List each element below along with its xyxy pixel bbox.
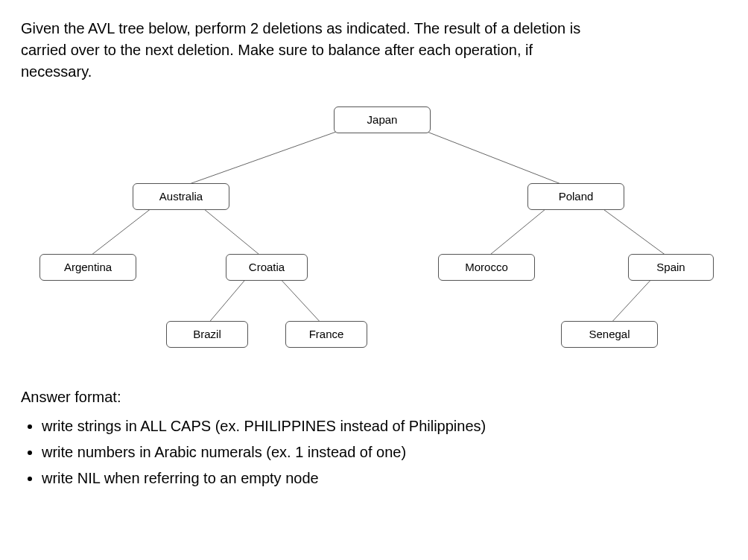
node-label: Brazil [193,328,221,340]
format-rule: write NIL when referring to an empty nod… [42,468,727,489]
node-label: Morocco [465,261,508,273]
avl-tree-diagram: Japan Australia Poland Argentina Croatia… [21,98,727,366]
node-label: Australia [159,190,203,203]
question-line-2: carried over to the next deletion. Make … [21,42,533,58]
node-spain: Spain [628,254,714,281]
node-label: Senegal [589,328,630,340]
svg-line-6 [207,276,248,325]
node-poland: Poland [527,183,624,210]
svg-line-4 [486,206,550,258]
svg-line-0 [181,127,349,187]
answer-format-list: write strings in ALL CAPS (ex. PHILIPPIN… [21,416,727,489]
format-rule: write numbers in Arabic numerals (ex. 1 … [42,442,727,463]
node-label: Spain [656,261,685,273]
node-argentina: Argentina [39,254,136,281]
node-morocco: Morocco [438,254,535,281]
node-brazil: Brazil [166,321,248,348]
node-australia: Australia [133,183,229,210]
svg-line-2 [88,206,155,258]
svg-line-3 [200,206,263,258]
svg-line-8 [609,276,654,325]
question-line-1: Given the AVL tree below, perform 2 dele… [21,20,580,36]
node-croatia: Croatia [226,254,308,281]
svg-line-1 [416,127,568,187]
node-label: Japan [367,113,398,126]
node-label: Argentina [64,261,112,273]
svg-line-5 [598,206,669,258]
node-label: France [309,328,344,340]
question-text: Given the AVL tree below, perform 2 dele… [21,18,727,83]
node-japan: Japan [334,106,431,133]
node-label: Poland [559,190,594,203]
answer-format-heading: Answer format: [21,386,727,408]
node-france: France [285,321,367,348]
node-label: Croatia [249,261,285,273]
node-senegal: Senegal [561,321,658,348]
question-line-3: necessary. [21,63,92,80]
svg-line-7 [278,276,323,325]
format-rule: write strings in ALL CAPS (ex. PHILIPPIN… [42,416,727,437]
